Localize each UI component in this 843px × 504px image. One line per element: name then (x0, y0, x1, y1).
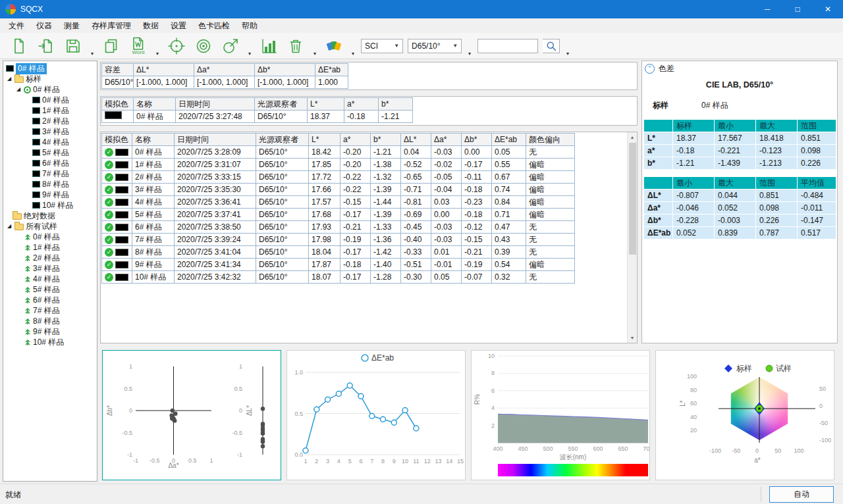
standard-row[interactable]: 0# 样品2020/7/25 3:27:48D65/10°18.37-0.18-… (102, 111, 413, 123)
menu-item-5[interactable]: 设置 (165, 18, 192, 33)
tree-item-selected[interactable]: 0# 样品 (3, 63, 97, 74)
tolerance-row[interactable]: D65/10°[-1.000, 1.000][-1.000, 1.000][-1… (102, 76, 348, 89)
search-button[interactable] (543, 39, 560, 53)
sample-row-6[interactable]: ✓6# 样品2020/7/25 3:38:50D65/10°17.93-0.21… (102, 221, 575, 234)
sample-row-8[interactable]: ✓8# 样品2020/7/25 3:41:04D65/10°18.04-0.17… (102, 246, 575, 259)
tree-item-standard-child-4[interactable]: 4# 样品 (3, 137, 97, 147)
tree-item-sample-2[interactable]: 2# 样品 (3, 253, 97, 263)
toolbar-overflow-chevron[interactable]: ▾ (248, 51, 251, 57)
sample-row-7[interactable]: ✓7# 样品2020/7/25 3:39:24D65/10°17.98-0.19… (102, 234, 575, 246)
tree-item-sample-4[interactable]: 4# 样品 (3, 274, 97, 284)
maximize-button[interactable]: □ (782, 0, 813, 18)
scrollbar-thumb[interactable] (629, 143, 636, 255)
illuminant-observer-combo[interactable]: D65/10°▼ (408, 39, 462, 53)
svg-text:L*: L* (679, 400, 686, 407)
menu-item-3[interactable]: 存样库管理 (86, 18, 137, 33)
close-button[interactable]: ✕ (813, 0, 843, 18)
column-header: L* (308, 98, 344, 111)
sample-cell: -0.03 (431, 146, 462, 159)
toolbar-button-measure[interactable] (219, 34, 242, 58)
samples-scrollbar[interactable]: ▲ ▼ (627, 132, 637, 343)
sample-row-10[interactable]: ✓10# 样品2020/7/25 3:42:32D65/10°18.07-0.1… (102, 271, 575, 284)
tree-node-standard-sample[interactable]: ◢0# 样品 (3, 84, 97, 95)
toolbar-overflow-chevron[interactable]: ▾ (352, 51, 354, 57)
toolbar-overflow-chevron[interactable]: ▾ (566, 51, 569, 57)
tree-item-sample-8[interactable]: 8# 样品 (3, 316, 97, 326)
toolbar-button-new-document[interactable] (8, 34, 30, 58)
toolbar-button-open-export[interactable] (35, 34, 57, 58)
tree-item-sample-3[interactable]: 3# 样品 (3, 263, 97, 274)
sample-row-3[interactable]: ✓3# 样品2020/7/25 3:35:30D65/10°17.66-0.22… (102, 184, 575, 196)
sample-row-4[interactable]: ✓4# 样品2020/7/25 3:36:41D65/10°17.57-0.15… (102, 196, 575, 209)
stats-value: -1.213 (756, 157, 798, 170)
toolbar-button-target[interactable] (165, 34, 188, 58)
menu-item-6[interactable]: 色卡匹检 (192, 18, 236, 33)
expander-icon[interactable]: ◢ (6, 223, 13, 230)
scroll-up-icon[interactable]: ▲ (628, 132, 637, 142)
menu-item-2[interactable]: 测量 (58, 18, 86, 33)
expander-icon[interactable]: ◢ (15, 86, 22, 93)
color-swatch (32, 107, 40, 114)
sample-row-0[interactable]: ✓0# 样品2020/7/25 3:28:09D65/10°18.42-0.20… (102, 146, 575, 159)
tree-item-sample-1[interactable]: 1# 样品 (3, 242, 97, 253)
tree-item-sample-7[interactable]: 7# 样品 (3, 305, 97, 316)
tree-item-standard-child-9[interactable]: 9# 样品 (3, 189, 97, 200)
sample-cell: 2020/7/25 3:28:09 (175, 146, 256, 159)
tree-item-standard-child-1[interactable]: 1# 样品 (3, 105, 97, 116)
tree-item-standard-child-7[interactable]: 7# 样品 (3, 168, 97, 179)
tree-item-sample-10[interactable]: 10# 样品 (3, 337, 97, 347)
tree-item-standard-child-2[interactable]: 2# 样品 (3, 116, 97, 126)
scroll-down-icon[interactable]: ▼ (628, 333, 637, 343)
svg-text:7: 7 (370, 458, 373, 465)
svg-text:15: 15 (457, 458, 464, 465)
tree-item-standard-child-6[interactable]: 6# 样品 (3, 158, 97, 168)
sample-row-9[interactable]: ✓9# 样品2020/7/25 3:41:34D65/10°17.87-0.18… (102, 259, 575, 271)
sample-row-1[interactable]: ✓1# 样品2020/7/25 3:31:07D65/10°17.85-0.20… (102, 159, 575, 171)
toolbar-overflow-chevron[interactable]: ▾ (468, 51, 471, 57)
collapse-panel-button[interactable]: ⌃ (645, 64, 655, 74)
tree-item-sample-0[interactable]: 0# 样品 (3, 232, 97, 242)
toolbar-button-save[interactable] (62, 34, 84, 58)
expander-icon[interactable]: ◢ (6, 76, 13, 82)
tree-item-standard-child-5[interactable]: 5# 样品 (3, 147, 97, 158)
menu-item-7[interactable]: 帮助 (236, 18, 263, 33)
search-input[interactable] (477, 39, 538, 53)
toolbar-button-copy[interactable] (100, 34, 122, 58)
toolbar-button-calibrate-rings[interactable] (192, 34, 215, 58)
svg-text:0.5: 0.5 (294, 411, 303, 417)
tree-item-standard-child-10[interactable]: 10# 样品 (3, 200, 97, 211)
sample-row-5[interactable]: ✓5# 样品2020/7/25 3:37:41D65/10°17.68-0.17… (102, 209, 575, 221)
tree-item-sample-6[interactable]: 6# 样品 (3, 295, 97, 305)
sample-row-2[interactable]: ✓2# 样品2020/7/25 3:33:15D65/10°17.72-0.22… (102, 171, 575, 184)
stats-value: 0.044 (715, 189, 756, 202)
sci-sce-combo[interactable]: SCI▼ (361, 39, 403, 53)
tree-group-standard[interactable]: ◢标样 (3, 74, 97, 84)
tree-group-absolute-data[interactable]: 绝对数据 (3, 211, 97, 221)
sample-icon (24, 317, 31, 325)
tree-item-sample-9[interactable]: 9# 样品 (3, 326, 97, 337)
minimize-button[interactable]: ─ (752, 0, 782, 18)
toolbar-overflow-chevron[interactable]: ▾ (156, 51, 159, 57)
sample-cell: D65/10° (256, 184, 309, 196)
auto-button[interactable]: 自动 (769, 486, 834, 503)
toolbar-overflow-chevron[interactable]: ▾ (91, 51, 94, 57)
standard-cell: 0# 样品 (134, 111, 176, 123)
menu-item-0[interactable]: 文件 (3, 18, 30, 33)
toolbar-button-word-export[interactable]: Word (127, 34, 150, 58)
tree-item-standard-child-0[interactable]: 0# 样品 (3, 95, 97, 105)
tree-item-standard-child-3[interactable]: 3# 样品 (3, 126, 97, 137)
tree-item-standard-child-8[interactable]: 8# 样品 (3, 179, 97, 189)
menu-item-1[interactable]: 仪器 (30, 18, 58, 33)
tree-item-sample-5[interactable]: 5# 样品 (3, 284, 97, 295)
toolbar-button-chart[interactable] (258, 34, 280, 58)
header-row: 容差ΔL*Δa*Δb*ΔE*ab (102, 64, 348, 76)
toolbar-button-color-copy[interactable] (323, 34, 345, 58)
menu-item-4[interactable]: 数据 (137, 18, 165, 33)
color-swatch (115, 249, 128, 256)
tree-item-label: 0# 样品 (42, 95, 69, 106)
toolbar-button-trash[interactable] (285, 34, 307, 58)
sci-sce-value: SCI (365, 41, 378, 51)
toolbar-overflow-chevron[interactable]: ▾ (313, 51, 316, 57)
tree-group-all-samples[interactable]: ◢所有试样 (3, 221, 97, 232)
lab-stats-table: 标样最小最大范围L*18.3717.56718.4180.851a*-0.18-… (643, 119, 836, 170)
